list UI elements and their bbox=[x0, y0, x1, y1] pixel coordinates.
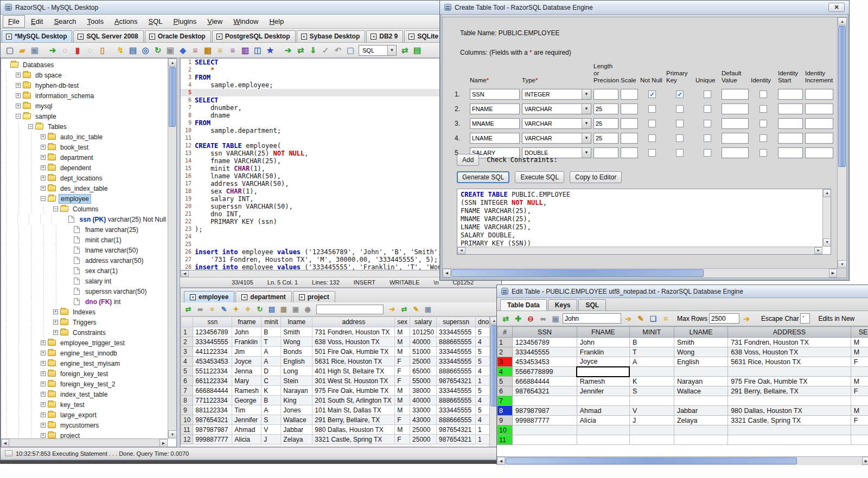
cell[interactable]: Stein bbox=[281, 376, 312, 386]
query-builder-icon[interactable]: ▥ bbox=[239, 44, 251, 56]
cell[interactable]: 40000 bbox=[410, 337, 437, 347]
column-header-sex[interactable]: sex bbox=[395, 317, 410, 327]
result-tab-employee[interactable]: ×employee bbox=[184, 291, 234, 302]
cell[interactable]: 987987987 bbox=[513, 406, 577, 416]
cell[interactable]: Bonds bbox=[281, 347, 312, 357]
unique-checkbox[interactable] bbox=[704, 134, 711, 142]
connection-tab-sqlite[interactable]: ×SQLite bbox=[404, 30, 444, 42]
cell[interactable]: K bbox=[261, 386, 281, 396]
cell[interactable]: M bbox=[851, 338, 868, 347]
cell[interactable]: F bbox=[851, 357, 868, 367]
tree-horizontal-scrollbar[interactable]: ◀ ▶ bbox=[1, 438, 168, 447]
favorites-icon[interactable]: ★ bbox=[264, 44, 276, 56]
cell[interactable]: M bbox=[395, 347, 410, 357]
result-tab-project[interactable]: ×project bbox=[293, 291, 335, 302]
cell[interactable] bbox=[629, 435, 674, 445]
cell[interactable]: Ramesh bbox=[577, 377, 629, 386]
escape-char-field[interactable] bbox=[800, 313, 810, 324]
primary-key-checkbox[interactable] bbox=[676, 120, 684, 127]
cell[interactable]: Zelaya bbox=[281, 435, 312, 444]
cell[interactable] bbox=[728, 367, 851, 377]
cell[interactable]: M bbox=[395, 396, 410, 405]
scroll-down-icon[interactable]: ▼ bbox=[838, 260, 847, 268]
cell[interactable]: 333445555 bbox=[437, 405, 476, 415]
cell[interactable]: 888665555 bbox=[437, 337, 476, 347]
cell[interactable]: 980 Dallas, Houston TX bbox=[312, 425, 395, 435]
save-icon[interactable]: ▣ bbox=[29, 44, 41, 56]
tab-sql[interactable]: SQL bbox=[578, 299, 606, 311]
chevron-down-icon[interactable]: ▼ bbox=[387, 46, 396, 55]
cell[interactable]: B bbox=[629, 338, 674, 347]
menu-sql[interactable]: SQL bbox=[144, 16, 168, 27]
cell[interactable]: John bbox=[577, 338, 629, 347]
tree-item-tables[interactable]: −Tables bbox=[3, 121, 168, 132]
tree-item-sample[interactable]: −sample bbox=[3, 111, 168, 121]
tree-item-project[interactable]: +project bbox=[3, 430, 168, 438]
cell[interactable]: F bbox=[395, 376, 410, 386]
copy-results-icon[interactable]: ▣ bbox=[290, 303, 301, 315]
scroll-left-icon[interactable]: ◀ bbox=[181, 270, 189, 277]
tree-item-dependent[interactable]: +dependent bbox=[3, 163, 168, 173]
type-select[interactable]: INTEGER▼ bbox=[522, 89, 591, 100]
edit-table-title-bar[interactable]: Edit Table - PUBLIC.EMPLOYEE utf8_notepa… bbox=[497, 285, 868, 298]
dialog-vertical-scrollbar[interactable]: ▲ ▼ bbox=[837, 17, 846, 268]
expand-icon[interactable]: + bbox=[53, 320, 58, 325]
cell[interactable]: T bbox=[629, 347, 674, 357]
expand-icon[interactable]: + bbox=[41, 423, 46, 428]
cell[interactable]: 975 Fire Oak, Humble TX bbox=[728, 377, 851, 386]
tree-vscroll-thumb[interactable] bbox=[169, 67, 176, 127]
identity-start-field[interactable] bbox=[778, 133, 803, 144]
cell[interactable]: Franklin bbox=[232, 337, 261, 347]
primary-key-checkbox[interactable] bbox=[676, 149, 684, 157]
connection-tab--mysql-desktop[interactable]: ×*MySQL Desktop bbox=[2, 30, 72, 42]
tree-item-foreign_key_test[interactable]: +foreign_key_test bbox=[3, 369, 168, 379]
dialog-horizontal-scrollbar[interactable]: ◀ ▶ bbox=[443, 268, 837, 277]
save-results-icon[interactable]: ▣ bbox=[423, 303, 433, 315]
cell[interactable]: 975 Fire Oak, Humble TX bbox=[312, 386, 395, 396]
identity-start-field[interactable] bbox=[778, 104, 803, 114]
close-tab-icon[interactable]: × bbox=[409, 34, 414, 40]
unique-checkbox[interactable] bbox=[704, 149, 711, 157]
chevron-down-icon[interactable]: ▼ bbox=[582, 89, 591, 99]
column-header-LNAME[interactable]: LNAME bbox=[674, 327, 727, 338]
open-file-icon[interactable]: ▰ bbox=[16, 44, 28, 56]
cell[interactable] bbox=[851, 396, 868, 406]
generate-sql-button[interactable]: Generate SQL bbox=[457, 171, 509, 183]
identity-checkbox[interactable] bbox=[760, 105, 767, 113]
cell[interactable] bbox=[851, 367, 868, 377]
cell[interactable]: English bbox=[281, 357, 312, 366]
cell[interactable]: 441122334 bbox=[193, 347, 232, 357]
identity-checkbox[interactable] bbox=[760, 120, 767, 127]
add-column-button[interactable]: Add bbox=[457, 154, 479, 166]
save-edits-icon[interactable]: ▣ bbox=[550, 313, 561, 325]
tree-item-ssn[interactable]: ssn (PK) varchar(25) Not Null bbox=[3, 214, 168, 224]
cell[interactable]: Smith bbox=[674, 338, 727, 347]
cell[interactable]: Jabbar bbox=[674, 406, 727, 416]
cell[interactable] bbox=[513, 425, 577, 435]
cell[interactable]: F bbox=[395, 435, 410, 444]
column-header-SEX[interactable]: SEX bbox=[851, 327, 868, 338]
tree-item-employee_trigger_test[interactable]: +employee_trigger_test bbox=[3, 338, 168, 348]
column-header-salary[interactable]: salary bbox=[410, 317, 437, 327]
expand-icon[interactable]: + bbox=[16, 104, 21, 108]
cell[interactable]: 638 Voss, Houston TX bbox=[312, 337, 395, 347]
cell[interactable]: Narayan bbox=[281, 386, 312, 396]
cell[interactable]: 333445555 bbox=[437, 386, 476, 396]
edit-page-icon[interactable]: ✎ bbox=[411, 303, 422, 315]
tree-item-lname[interactable]: lname varchar(50) bbox=[3, 245, 168, 255]
cell[interactable] bbox=[728, 425, 851, 435]
dialog-hscroll-thumb[interactable] bbox=[451, 269, 704, 277]
sort-icon[interactable]: ≡ bbox=[227, 44, 239, 56]
cell[interactable]: V bbox=[261, 425, 281, 435]
main-title-bar[interactable]: RazorSQL - MySQL Desktop bbox=[1, 1, 501, 15]
not-null-checkbox[interactable] bbox=[648, 105, 656, 113]
cell[interactable] bbox=[728, 435, 851, 445]
expand-icon[interactable]: + bbox=[41, 412, 46, 417]
expand-icon[interactable]: + bbox=[41, 145, 46, 150]
cell[interactable]: A bbox=[629, 357, 674, 367]
column-header-MINIT[interactable]: MINIT bbox=[629, 327, 674, 338]
tree-item-databases[interactable]: Databases bbox=[3, 60, 168, 70]
cell[interactable]: V bbox=[629, 406, 674, 416]
cell[interactable]: 333445555 bbox=[437, 357, 476, 366]
cell[interactable]: 51000 bbox=[410, 347, 437, 357]
